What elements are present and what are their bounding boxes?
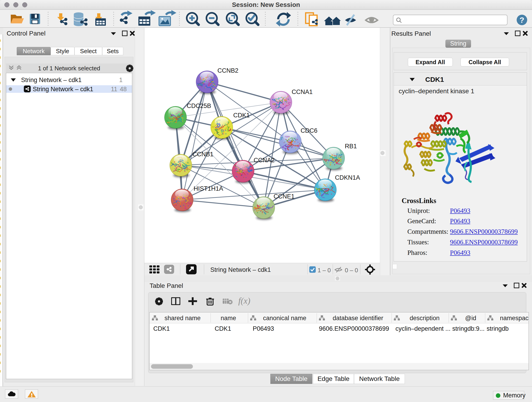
svg-text:HIST1H1A: HIST1H1A <box>194 185 223 192</box>
svg-text:CDC6: CDC6 <box>301 127 317 134</box>
svg-text:CDK1: CDK1 <box>233 112 250 119</box>
svg-text:RB1: RB1 <box>345 143 357 150</box>
svg-text:CCNA1: CCNA1 <box>292 89 313 95</box>
svg-text:CCNB2: CCNB2 <box>217 67 239 74</box>
svg-text:CCNB1: CCNB1 <box>192 151 214 158</box>
svg-text:CCNE1: CCNE1 <box>273 193 295 200</box>
svg-text:CCNA2: CCNA2 <box>254 157 275 164</box>
svg-text:CDKN1A: CDKN1A <box>335 174 360 181</box>
svg-text:CDC25B: CDC25B <box>187 102 211 109</box>
